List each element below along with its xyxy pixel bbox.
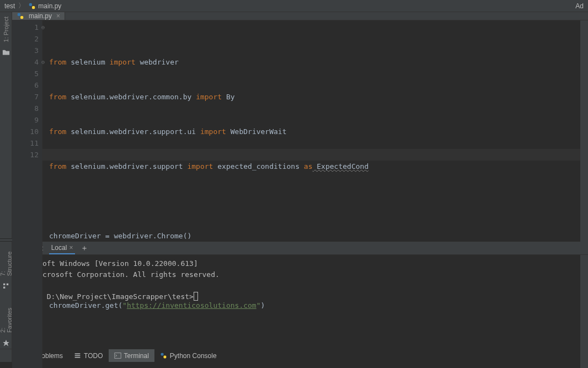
line-gutter: 1 2 3 4 5 6 7 8 9 10 11 12 ⊖ ⊖ <box>12 20 42 368</box>
tab-label: main.py <box>29 12 52 20</box>
svg-rect-1 <box>32 6 35 9</box>
editor-tabs: main.py × <box>12 12 588 20</box>
line-number: 2 <box>12 33 39 45</box>
breadcrumb-separator: 〉 <box>18 1 25 10</box>
code-area[interactable]: from selenium import webdriver from sele… <box>42 20 580 368</box>
bottom-left-spacer <box>0 349 12 362</box>
main-area: 1: Project main.py × 1 2 3 4 5 6 7 8 <box>0 12 588 238</box>
line-number: 6 <box>12 79 39 91</box>
svg-rect-5 <box>6 284 8 285</box>
line-number: 4 <box>12 56 39 68</box>
svg-rect-4 <box>3 284 4 285</box>
svg-rect-6 <box>3 287 4 289</box>
left-tool-strip-lower: 7: Structure 2: Favorites <box>0 242 12 349</box>
header-action[interactable]: Ad <box>575 2 584 10</box>
svg-rect-2 <box>18 13 20 16</box>
editor[interactable]: 1 2 3 4 5 6 7 8 9 10 11 12 ⊖ ⊖ f <box>12 20 588 368</box>
line-number: 12 <box>12 149 39 161</box>
editor-tab-main[interactable]: main.py × <box>12 12 65 20</box>
sidebar-tab-structure[interactable]: 7: Structure <box>0 242 14 280</box>
svg-rect-3 <box>20 16 23 19</box>
editor-block: main.py × 1 2 3 4 5 6 7 8 9 10 11 12 ⊖ <box>12 12 588 238</box>
breadcrumb-item[interactable]: main.py <box>38 2 61 10</box>
breadcrumb-item[interactable]: test <box>4 2 15 10</box>
line-number: 1 <box>12 22 39 33</box>
star-icon <box>2 339 10 346</box>
line-number: 5 <box>12 68 39 79</box>
python-file-icon <box>17 12 24 20</box>
sidebar-tab-favorites[interactable]: 2: Favorites <box>0 298 14 337</box>
python-file-icon <box>28 2 36 10</box>
breadcrumb: test 〉 main.py Ad <box>0 0 588 12</box>
sidebar-tab-project[interactable]: 1: Project <box>2 12 10 46</box>
close-icon[interactable]: × <box>56 12 60 20</box>
line-number: 7 <box>12 91 39 103</box>
folder-icon <box>2 49 10 56</box>
left-tool-strip: 1: Project <box>0 12 12 238</box>
current-line-highlight <box>42 149 580 161</box>
line-number: 8 <box>12 103 39 114</box>
line-number: 9 <box>12 114 39 126</box>
line-number: 10 <box>12 126 39 137</box>
line-number: 11 <box>12 137 39 149</box>
structure-icon <box>2 282 10 290</box>
svg-rect-0 <box>29 3 32 6</box>
line-number: 3 <box>12 45 39 56</box>
